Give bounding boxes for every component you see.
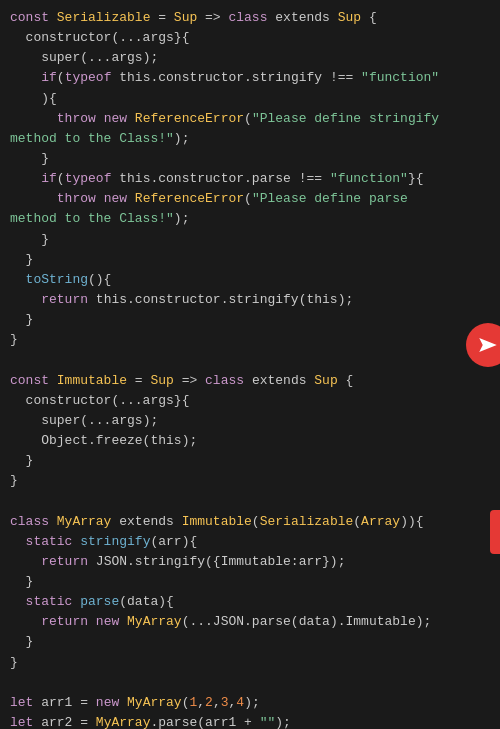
code-line: } <box>0 572 500 592</box>
code-line: } <box>0 653 500 673</box>
code-line: } <box>0 330 500 350</box>
code-line <box>0 350 500 370</box>
code-line: class MyArray extends Immutable(Serializ… <box>0 512 500 532</box>
code-line: } <box>0 632 500 652</box>
code-line: super(...args); <box>0 411 500 431</box>
code-line: method to the Class!"); <box>0 129 500 149</box>
code-line: let arr2 = MyArray.parse(arr1 + ""); <box>0 713 500 729</box>
code-line: } <box>0 471 500 491</box>
code-line: } <box>0 250 500 270</box>
code-line: method to the Class!"); <box>0 209 500 229</box>
code-line: super(...args); <box>0 48 500 68</box>
code-line: } <box>0 451 500 471</box>
code-line: throw new ReferenceError("Please define … <box>0 109 500 129</box>
code-line: Object.freeze(this); <box>0 431 500 451</box>
code-line: static stringify(arr){ <box>0 532 500 552</box>
side-badge[interactable] <box>490 510 500 554</box>
code-line: const Immutable = Sup => class extends S… <box>0 371 500 391</box>
code-line: ){ <box>0 89 500 109</box>
code-line: throw new ReferenceError("Please define … <box>0 189 500 209</box>
code-line: } <box>0 310 500 330</box>
code-line: constructor(...args}{ <box>0 391 500 411</box>
code-line: return this.constructor.stringify(this); <box>0 290 500 310</box>
code-line <box>0 491 500 511</box>
code-line: return new MyArray(...JSON.parse(data).I… <box>0 612 500 632</box>
code-editor: const Serializable = Sup => class extend… <box>0 0 500 729</box>
code-block: const Serializable = Sup => class extend… <box>0 8 500 729</box>
code-line: if(typeof this.constructor.stringify !==… <box>0 68 500 88</box>
code-line: if(typeof this.constructor.parse !== "fu… <box>0 169 500 189</box>
code-line: } <box>0 230 500 250</box>
code-line: toString(){ <box>0 270 500 290</box>
code-line: return JSON.stringify({Immutable:arr}); <box>0 552 500 572</box>
code-line: let arr1 = new MyArray(1,2,3,4); <box>0 693 500 713</box>
svg-marker-0 <box>479 338 497 352</box>
code-line: const Serializable = Sup => class extend… <box>0 8 500 28</box>
code-line <box>0 673 500 693</box>
code-line: constructor(...args}{ <box>0 28 500 48</box>
code-line: } <box>0 149 500 169</box>
code-line: static parse(data){ <box>0 592 500 612</box>
